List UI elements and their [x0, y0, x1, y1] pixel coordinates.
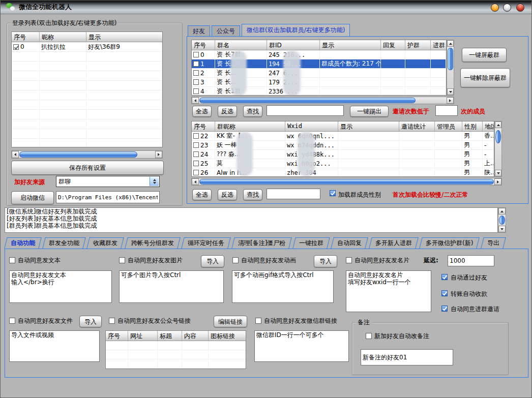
scroll-left-icon[interactable]	[192, 178, 199, 185]
auto-image-checkbox[interactable]	[119, 257, 125, 263]
member-invert-button[interactable]: 反选	[218, 189, 237, 200]
combo-spinner[interactable]	[150, 177, 159, 186]
scroll-left-icon[interactable]	[192, 97, 199, 104]
scroll-down-icon[interactable]	[495, 170, 501, 176]
log-vscroll-thumb[interactable]	[499, 216, 505, 225]
auto-publink-checkbox[interactable]	[109, 318, 115, 324]
load-sex-checkbox[interactable]	[330, 190, 336, 196]
spin-down-icon[interactable]	[153, 182, 156, 184]
tab-export[interactable]: 导出	[481, 237, 506, 249]
scroll-up-icon[interactable]	[447, 40, 454, 47]
group-select-all-button[interactable]: 全选	[192, 106, 212, 117]
minimize-button[interactable]	[491, 4, 499, 12]
auto-text-area[interactable]: 自动同意好友发文本 输入</br>换行	[9, 270, 112, 303]
auto-join-checkbox[interactable]	[441, 305, 448, 312]
scroll-right-icon[interactable]	[155, 151, 162, 158]
edit-link-button[interactable]: 编辑链接	[214, 316, 247, 327]
auto-text-checkbox[interactable]	[9, 257, 15, 263]
tab-auto-reply[interactable]: 自动回复	[331, 237, 368, 249]
tab-multi-guard[interactable]: 多开微信护群(新)	[420, 237, 480, 249]
auto-grouplink-area[interactable]: 微信群ID一行一个可多个	[254, 330, 349, 362]
member-vscroll-thumb[interactable]	[495, 130, 501, 143]
import-file-button[interactable]: 导入	[79, 316, 102, 327]
scroll-down-icon[interactable]	[498, 226, 506, 232]
delay-input[interactable]	[448, 255, 494, 266]
launch-wechat-button[interactable]: 启动微信	[11, 191, 54, 204]
tab-clean-zombies[interactable]: 清理[备注]僵尸粉	[231, 237, 292, 249]
wechat-path-input[interactable]	[56, 191, 160, 203]
tab-cross-account-send[interactable]: 跨帐号分组群发	[125, 237, 180, 249]
tab-auto-functions[interactable]: 自动功能	[4, 237, 41, 249]
member-hscrollbar[interactable]	[191, 178, 502, 186]
tab-friends[interactable]: 好友	[188, 25, 210, 36]
login-hscrollbar[interactable]	[11, 150, 163, 159]
auto-grouplink-checkbox[interactable]	[255, 318, 261, 324]
unblock-group-button[interactable]: 一键解除屏蔽群	[460, 68, 510, 87]
remark-value-input[interactable]	[361, 349, 453, 365]
row-checkbox[interactable]	[193, 70, 199, 76]
group-find-button[interactable]: 查找	[243, 106, 262, 117]
group-invert-button[interactable]: 反选	[218, 106, 237, 117]
row-checkbox[interactable]	[193, 170, 199, 175]
group-hscrollbar[interactable]	[191, 97, 454, 104]
table-row[interactable]: 0 资 长7群245 216...	[192, 50, 446, 59]
row-checkbox[interactable]	[193, 88, 199, 94]
member-find-input[interactable]	[267, 189, 320, 199]
remark-checkbox[interactable]	[366, 333, 372, 339]
invite-count-input[interactable]	[435, 105, 458, 116]
spin-up-icon[interactable]	[153, 179, 156, 181]
auto-card-checkbox[interactable]	[346, 257, 352, 263]
auto-image-area[interactable]: 可多个图片导入按Ctrl	[119, 270, 224, 303]
row-checkbox[interactable]	[193, 151, 199, 157]
group-vscroll-thumb[interactable]	[448, 48, 453, 70]
row-checkbox[interactable]	[193, 142, 199, 148]
tab-favorites-send[interactable]: 收藏群发	[86, 237, 124, 249]
tab-pull-group[interactable]: 一键拉群	[293, 237, 330, 249]
member-select-all-button[interactable]: 全选	[192, 189, 212, 200]
scroll-down-icon[interactable]	[447, 88, 454, 95]
log-vscrollbar[interactable]	[498, 207, 506, 233]
kick-button[interactable]: 一键踢出	[350, 106, 389, 117]
auto-anim-checkbox[interactable]	[232, 257, 239, 263]
close-button[interactable]	[516, 4, 524, 12]
tab-official-accounts[interactable]: 公众号	[212, 25, 240, 36]
import-images-button[interactable]: 导入	[201, 255, 224, 267]
table-row[interactable]: 2 资 长...247 6...	[192, 69, 446, 78]
member-hscroll-thumb[interactable]	[199, 179, 494, 185]
row-checkbox[interactable]	[193, 61, 199, 67]
scroll-left-icon[interactable]	[12, 151, 19, 158]
block-group-button[interactable]: 一键屏蔽群	[462, 48, 507, 62]
scroll-right-icon[interactable]	[494, 178, 501, 185]
row-checkbox[interactable]	[193, 79, 199, 85]
login-hscroll-thumb[interactable]	[19, 151, 137, 158]
maximize-button[interactable]	[503, 4, 511, 12]
table-row[interactable]: 4 资 长1群2336 ...	[192, 87, 446, 96]
member-find-button[interactable]: 查找	[243, 189, 262, 200]
login-row[interactable]: 0 扒拉扒拉 好友\36群9	[12, 42, 162, 52]
tab-wechat-groups[interactable]: 微信群(双击加载群员/右键更多功能)	[242, 24, 350, 36]
auto-card-area[interactable]: 自动同意好友发名片 填写好友wxid一行一个	[346, 270, 431, 312]
row-checkbox[interactable]	[193, 133, 199, 139]
save-settings-button[interactable]: 保存所有设置	[11, 161, 164, 175]
auto-collect-checkbox[interactable]	[441, 290, 448, 296]
scroll-up-icon[interactable]	[498, 208, 506, 215]
group-hscroll-thumb[interactable]	[199, 98, 416, 103]
group-vscrollbar[interactable]	[447, 40, 454, 96]
row-checkbox[interactable]	[193, 52, 199, 57]
tab-timed-tasks[interactable]: 循环定时任务	[181, 237, 230, 249]
scroll-right-icon[interactable]	[447, 97, 454, 104]
table-row[interactable]: 3 资 长...179 2...	[192, 78, 446, 87]
auto-file-checkbox[interactable]	[9, 318, 15, 324]
auto-file-area[interactable]: 导入文件或视频	[9, 330, 100, 362]
tab-newcomer-join[interactable]: 多开新人进群	[369, 237, 419, 249]
import-anim-button[interactable]: 导入	[314, 255, 337, 267]
row-checkbox[interactable]	[193, 161, 199, 166]
tab-mass-send[interactable]: 群发全功能	[42, 237, 85, 249]
group-find-input[interactable]	[267, 105, 344, 116]
auto-anim-area[interactable]: 可多个动画gif格式导入按Ctrl	[232, 270, 334, 303]
scroll-up-icon[interactable]	[495, 121, 501, 128]
friend-source-combobox[interactable]: 群聊	[56, 176, 160, 187]
login-row-checkbox[interactable]	[13, 44, 19, 50]
table-row-selected[interactable]: 1 资 长...194 58... 群成员个数为: 217 个	[192, 59, 446, 69]
member-vscrollbar[interactable]	[494, 121, 502, 177]
